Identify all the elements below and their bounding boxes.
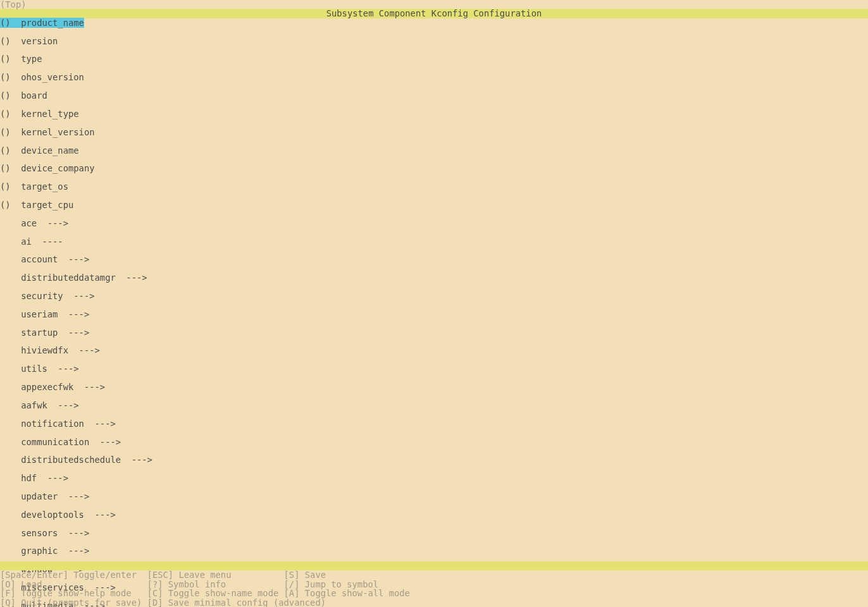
menu-item-distributeddatamgr[interactable]: distributeddatamgr ---> bbox=[0, 273, 868, 282]
menu-item-version[interactable]: () version bbox=[0, 37, 868, 46]
menu-item-startup[interactable]: startup ---> bbox=[0, 328, 868, 337]
menu-item-notification[interactable]: notification ---> bbox=[0, 419, 868, 428]
menu-item-developtools[interactable]: developtools ---> bbox=[0, 510, 868, 519]
menu-item-graphic[interactable]: graphic ---> bbox=[0, 546, 868, 555]
menu-item-account[interactable]: account ---> bbox=[0, 255, 868, 264]
menu-list: () product_name () version () type () oh… bbox=[0, 18, 868, 607]
menu-item-hdf[interactable]: hdf ---> bbox=[0, 474, 868, 482]
menu-item-product_name[interactable]: () product_name bbox=[0, 18, 868, 27]
menu-item-useriam[interactable]: useriam ---> bbox=[0, 310, 868, 319]
menu-item-ohos_version[interactable]: () ohos_version bbox=[0, 73, 868, 82]
menu-item-target_os[interactable]: () target_os bbox=[0, 182, 868, 191]
menu-item-type[interactable]: () type bbox=[0, 54, 868, 63]
menu-item-device_name[interactable]: () device_name bbox=[0, 146, 868, 155]
menu-item-ace[interactable]: ace ---> bbox=[0, 219, 868, 228]
menu-item-kernel_type[interactable]: () kernel_type bbox=[0, 109, 868, 118]
menu-item-security[interactable]: security ---> bbox=[0, 291, 868, 300]
menu-item-hiviewdfx[interactable]: hiviewdfx ---> bbox=[0, 346, 868, 355]
menu-item-board[interactable]: () board bbox=[0, 91, 868, 100]
menu-item-utils[interactable]: utils ---> bbox=[0, 364, 868, 373]
help-footer: [Space/Enter] Toggle/enter [ESC] Leave m… bbox=[0, 570, 868, 607]
menu-item-sensors[interactable]: sensors ---> bbox=[0, 529, 868, 537]
menu-item-appexecfwk[interactable]: appexecfwk ---> bbox=[0, 383, 868, 391]
menu-item-device_company[interactable]: () device_company bbox=[0, 164, 868, 173]
title-bar: Subsystem Component Kconfig Configuratio… bbox=[0, 9, 868, 18]
menu-item-communication[interactable]: communication ---> bbox=[0, 438, 868, 446]
menu-item-aafwk[interactable]: aafwk ---> bbox=[0, 401, 868, 410]
help-divider bbox=[0, 561, 868, 570]
menu-item-ai[interactable]: ai ---- bbox=[0, 237, 868, 246]
menu-item-distributedschedule[interactable]: distributedschedule ---> bbox=[0, 455, 868, 464]
menu-item-kernel_version[interactable]: () kernel_version bbox=[0, 128, 868, 137]
menu-item-target_cpu[interactable]: () target_cpu bbox=[0, 200, 868, 209]
menu-item-updater[interactable]: updater ---> bbox=[0, 492, 868, 501]
breadcrumb: (Top) bbox=[0, 0, 868, 9]
